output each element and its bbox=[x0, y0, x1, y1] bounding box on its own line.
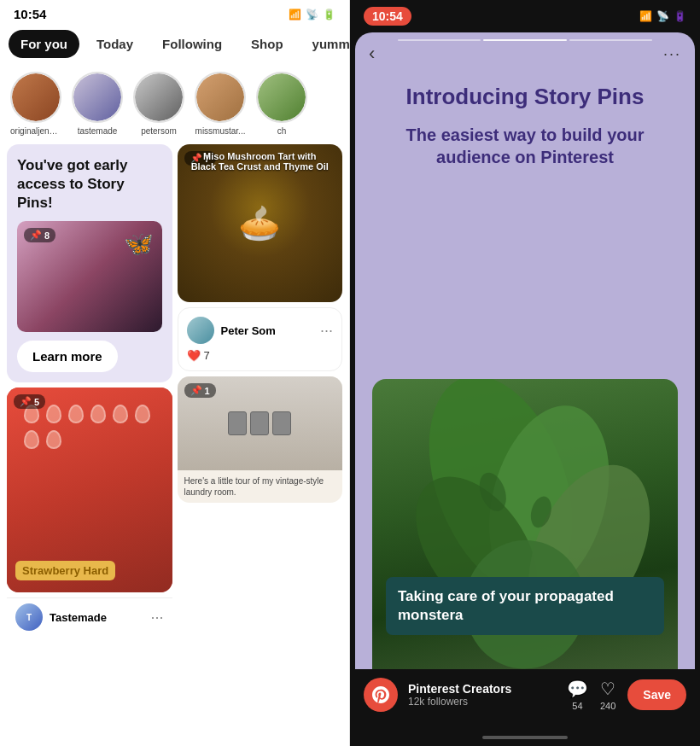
story-name-3: missmustar... bbox=[195, 126, 246, 136]
promo-title: You've got early access to Story Pins! bbox=[17, 156, 162, 213]
story-avatar-4 bbox=[256, 72, 307, 123]
drop-4 bbox=[90, 405, 106, 423]
comment-action[interactable]: 💬 54 bbox=[567, 679, 588, 711]
heart-count: 240 bbox=[600, 701, 615, 711]
home-bar bbox=[482, 736, 568, 739]
left-time: 10:54 bbox=[14, 7, 46, 21]
miso-title: Miso Mushroom Tart with Black Tea Crust … bbox=[184, 151, 336, 295]
pin-icon: 📌 bbox=[30, 230, 42, 241]
wifi-icon: 📡 bbox=[306, 9, 318, 20]
progress-bars bbox=[398, 39, 652, 41]
creator-name: Pinterest Creators bbox=[408, 682, 557, 696]
stories-row: originaljengsta tastemade petersom missm… bbox=[0, 63, 349, 144]
peter-som-header: Peter Som ··· bbox=[187, 317, 334, 344]
right-time-pill: 10:54 bbox=[364, 7, 411, 26]
avatar-img-2 bbox=[135, 73, 183, 121]
tab-following[interactable]: Following bbox=[150, 30, 234, 58]
story-avatar-1 bbox=[72, 72, 123, 123]
story-creator-info: Pinterest Creators 12k followers bbox=[408, 682, 557, 708]
peter-som-likes: ❤️ 7 bbox=[187, 349, 334, 362]
pinterest-p-icon bbox=[372, 686, 389, 703]
back-button[interactable]: ‹ bbox=[369, 43, 375, 65]
status-bar-left: 10:54 📶 📡 🔋 bbox=[0, 0, 349, 25]
tastemade-name: Tastemade bbox=[50, 611, 107, 624]
laundry-machines bbox=[228, 411, 291, 435]
story-item-4[interactable]: ch bbox=[256, 72, 307, 136]
progress-bar-1 bbox=[398, 39, 481, 41]
story-intro-title: Introducing Story Pins bbox=[372, 84, 678, 110]
drop-6 bbox=[135, 405, 150, 423]
story-bottom-bar: Pinterest Creators 12k followers 💬 54 ♡ … bbox=[350, 669, 700, 729]
drop-5 bbox=[113, 405, 128, 423]
story-actions: 💬 54 ♡ 240 Save bbox=[567, 679, 686, 711]
machine-2 bbox=[250, 411, 269, 435]
story-item-2[interactable]: petersom bbox=[133, 72, 184, 136]
story-name-1: tastemade bbox=[78, 126, 118, 136]
story-item-3[interactable]: missmustar... bbox=[195, 72, 246, 136]
feed-col-right: 🥧 📌 7 Miso Mushroom Tart with Black Tea … bbox=[178, 144, 343, 746]
miso-card[interactable]: 🥧 📌 7 Miso Mushroom Tart with Black Tea … bbox=[178, 144, 343, 302]
save-button[interactable]: Save bbox=[627, 679, 686, 710]
battery-icon: 🔋 bbox=[323, 9, 335, 20]
comment-count: 54 bbox=[572, 701, 582, 711]
learn-more-button[interactable]: Learn more bbox=[17, 341, 118, 372]
home-indicator bbox=[350, 729, 700, 746]
monstera-caption: Taking care of your propagated monstera bbox=[386, 577, 664, 635]
drop-3 bbox=[68, 405, 84, 423]
peter-som-name: Peter Som bbox=[221, 324, 276, 337]
more-options-icon[interactable]: ··· bbox=[663, 45, 681, 63]
story-intro-text: Introducing Story Pins The easiest way t… bbox=[372, 84, 678, 168]
drop-2 bbox=[46, 405, 61, 423]
story-avatar-3 bbox=[195, 72, 246, 123]
feed-grid: You've got early access to Story Pins! 🦋… bbox=[0, 144, 349, 746]
drop-7 bbox=[24, 430, 39, 449]
pinterest-logo bbox=[364, 678, 398, 712]
comment-icon: 💬 bbox=[567, 679, 588, 699]
tastemade-more-icon[interactable]: ··· bbox=[150, 609, 163, 627]
butterflies-icon: 🦋 bbox=[124, 230, 154, 258]
right-wifi-icon: 📡 bbox=[656, 10, 669, 22]
peter-som-like-count: 7 bbox=[204, 349, 210, 362]
progress-bar-3 bbox=[569, 39, 652, 41]
laundry-card[interactable]: 📌 1 Here's a little tour of my vintage-s… bbox=[178, 376, 343, 503]
nav-tabs: For you Today Following Shop yumm bbox=[0, 25, 349, 63]
strawberry-label: Strawberry Hard bbox=[15, 561, 115, 580]
tastemade-row[interactable]: T Tastemade ··· bbox=[7, 597, 172, 636]
avatar-img-1 bbox=[73, 73, 121, 121]
story-intro-subtitle: The easiest way to build your audience o… bbox=[372, 124, 678, 168]
peter-som-more-icon[interactable]: ··· bbox=[320, 322, 333, 340]
strawberry-card[interactable]: 📌 5 Strawberry Hard bbox=[7, 388, 172, 592]
heart-action[interactable]: ♡ 240 bbox=[600, 679, 615, 711]
right-signal-icon: 📶 bbox=[639, 10, 652, 22]
creator-followers: 12k followers bbox=[408, 696, 557, 708]
feed-col-left: You've got early access to Story Pins! 🦋… bbox=[7, 144, 172, 746]
pin-icon-2: 📌 bbox=[20, 396, 32, 407]
story-pin-image: Taking care of your propagated monstera bbox=[372, 379, 678, 669]
avatar-img-4 bbox=[258, 73, 306, 121]
story-item-1[interactable]: tastemade bbox=[72, 72, 123, 136]
tab-shop[interactable]: Shop bbox=[239, 30, 295, 58]
right-battery-icon: 🔋 bbox=[674, 10, 686, 22]
promo-image: 🦋 📌 8 bbox=[17, 221, 162, 332]
signal-icon: 📶 bbox=[289, 9, 301, 20]
laundry-badge: 📌 1 bbox=[184, 383, 216, 398]
heart-action-icon: ♡ bbox=[600, 679, 615, 699]
promo-badge: 📌 8 bbox=[24, 228, 55, 242]
promo-card[interactable]: You've got early access to Story Pins! 🦋… bbox=[7, 144, 172, 382]
monstera-background: Taking care of your propagated monstera bbox=[372, 379, 678, 669]
strawberry-badge: 📌 5 bbox=[14, 394, 45, 409]
laundry-caption: Here's a little tour of my vintage-style… bbox=[178, 470, 343, 503]
machine-1 bbox=[228, 411, 247, 435]
phone-left: 10:54 📶 📡 🔋 For you Today Following Shop… bbox=[0, 0, 350, 746]
story-view: ‹ ··· Introducing Story Pins The easiest… bbox=[355, 32, 695, 669]
story-name-0: originaljengsta bbox=[10, 126, 61, 136]
tab-yumm[interactable]: yumm bbox=[300, 30, 349, 58]
story-avatar-2 bbox=[133, 72, 184, 123]
tab-today[interactable]: Today bbox=[85, 30, 145, 58]
tab-for-you[interactable]: For you bbox=[9, 30, 79, 58]
tastemade-avatar: T bbox=[15, 603, 43, 631]
heart-icon: ❤️ bbox=[187, 349, 201, 362]
avatar-img-0 bbox=[12, 73, 60, 121]
strawberry-bg: 📌 5 Strawberry Hard bbox=[7, 388, 172, 592]
story-item-0[interactable]: originaljengsta bbox=[10, 72, 61, 136]
